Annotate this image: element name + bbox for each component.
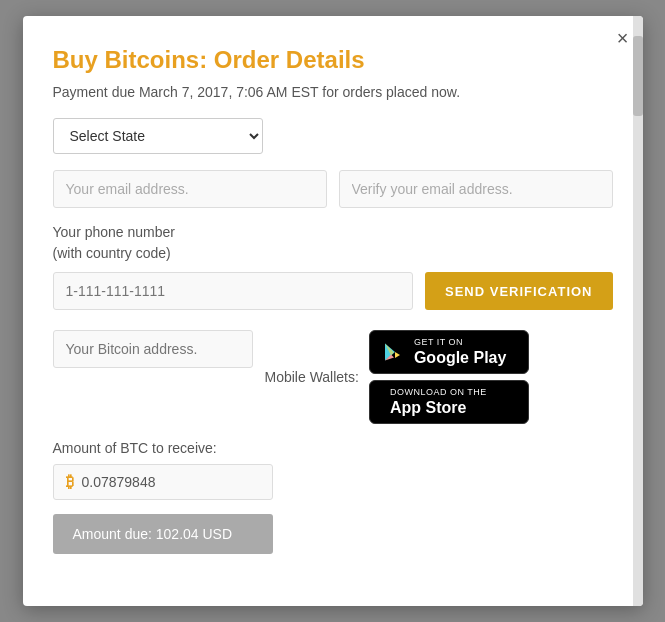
app-store-badge[interactable]: Download on the App Store: [369, 380, 529, 424]
modal-container: × Buy Bitcoins: Order Details Payment du…: [23, 16, 643, 606]
google-play-text: GET IT ON Google Play: [414, 337, 506, 367]
state-select[interactable]: Select StateAlabamaAlaskaArizonaCaliforn…: [53, 118, 263, 154]
app-store-name: App Store: [390, 398, 487, 417]
google-play-small-text: GET IT ON: [414, 337, 506, 348]
send-verification-button[interactable]: SEND VERIFICATION: [425, 272, 613, 310]
modal-title: Buy Bitcoins: Order Details: [53, 46, 613, 74]
wallet-badges: GET IT ON Google Play Download on the Ap…: [369, 330, 529, 424]
verify-email-input[interactable]: [339, 170, 613, 208]
email-row: [53, 170, 613, 208]
scrollbar-thumb: [633, 36, 643, 116]
overlay: × Buy Bitcoins: Order Details Payment du…: [0, 0, 665, 622]
amount-label: Amount of BTC to receive:: [53, 440, 613, 456]
google-play-badge[interactable]: GET IT ON Google Play: [369, 330, 529, 374]
amount-due-button[interactable]: Amount due: 102.04 USD: [53, 514, 273, 554]
btc-amount-row: ₿ 0.07879848: [53, 464, 273, 500]
google-play-icon: [382, 340, 406, 364]
btc-amount-value: 0.07879848: [82, 474, 156, 490]
close-button[interactable]: ×: [617, 28, 629, 48]
email-input[interactable]: [53, 170, 327, 208]
payment-due-text: Payment due March 7, 2017, 7:06 AM EST f…: [53, 84, 613, 100]
google-play-store-name: Google Play: [414, 348, 506, 367]
bitcoin-row: Mobile Wallets: GET IT ON Google Play: [53, 330, 613, 424]
wallets-section: Mobile Wallets: GET IT ON Google Play: [265, 330, 529, 424]
app-store-text: Download on the App Store: [390, 387, 487, 417]
phone-label: Your phone number (with country code): [53, 222, 613, 264]
phone-row: SEND VERIFICATION: [53, 272, 613, 310]
phone-input[interactable]: [53, 272, 414, 310]
btc-icon: ₿: [66, 473, 74, 491]
mobile-wallets-label: Mobile Wallets:: [265, 369, 359, 385]
bitcoin-address-input[interactable]: [53, 330, 253, 368]
scrollbar[interactable]: [633, 16, 643, 606]
app-store-small-text: Download on the: [390, 387, 487, 398]
